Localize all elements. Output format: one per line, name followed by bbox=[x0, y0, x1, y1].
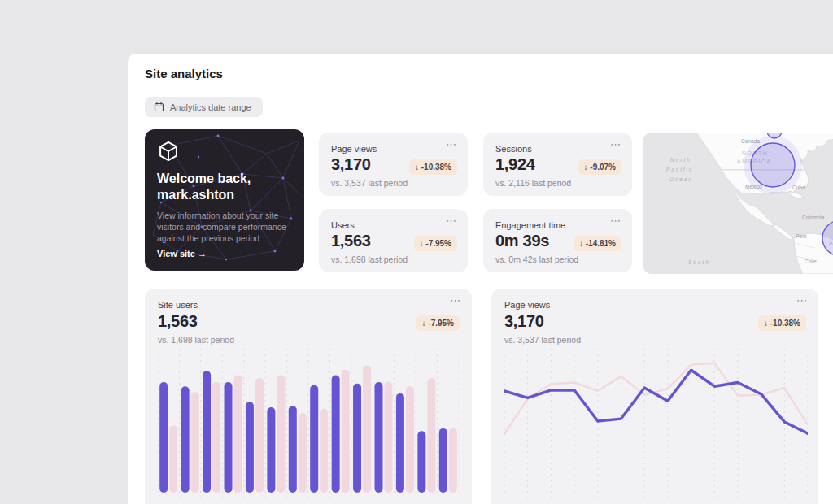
content-panel: Site analytics Analytics date range bbox=[128, 54, 833, 504]
stat-label: Users bbox=[331, 220, 355, 230]
card-menu-button[interactable]: ⋯ bbox=[450, 295, 461, 306]
calendar-icon bbox=[154, 102, 164, 112]
stat-label: Page views bbox=[331, 144, 377, 154]
stat-comparison: vs. 0m 42s last period bbox=[495, 254, 578, 264]
stat-value: 0m 39s bbox=[495, 232, 549, 250]
welcome-title: Welcome back, mark.ashton bbox=[157, 171, 251, 203]
map-label: Peru bbox=[796, 233, 807, 239]
analytics-date-range-button[interactable]: Analytics date range bbox=[145, 97, 263, 117]
chart-comparison: vs. 1,698 last period bbox=[158, 335, 234, 345]
stat-card-page-views: Page views ⋯ 3,170 ↓ -10.38% vs. 3,537 l… bbox=[319, 133, 468, 196]
stat-value: 3,170 bbox=[331, 155, 371, 174]
change-badge: ↓ -14.81% bbox=[574, 236, 621, 251]
change-badge: ↓ -9.07% bbox=[578, 159, 621, 175]
brand-logo-icon bbox=[157, 140, 180, 163]
map-label: Colombia bbox=[802, 215, 825, 220]
map-label: South bbox=[688, 259, 710, 265]
map-label: Chile bbox=[805, 259, 817, 264]
map-label: Ocean bbox=[669, 176, 693, 182]
stat-card-users: Users ⋯ 1,563 ↓ -7.95% vs. 1,698 last pe… bbox=[319, 209, 468, 272]
card-menu-button[interactable]: ⋯ bbox=[446, 215, 457, 226]
stat-label: Sessions bbox=[495, 144, 532, 154]
welcome-title-line2: mark.ashton bbox=[157, 187, 251, 203]
stat-label: Engagement time bbox=[495, 220, 565, 230]
chart-value: 3,170 bbox=[504, 312, 544, 331]
stat-comparison: vs. 3,537 last period bbox=[331, 178, 408, 188]
card-menu-button[interactable]: ⋯ bbox=[446, 139, 457, 150]
page-title: Site analytics bbox=[145, 67, 223, 80]
chart-value: 1,563 bbox=[158, 312, 198, 331]
site-users-chart-card: Site users ⋯ 1,563 ↓ -7.95% vs. 1,698 la… bbox=[145, 289, 472, 504]
stat-value: 1,563 bbox=[331, 232, 371, 250]
change-badge: ↓ -7.95% bbox=[416, 315, 460, 331]
page-views-chart-card: Page views ⋯ 3,170 ↓ -10.38% vs. 3,537 l… bbox=[491, 289, 818, 504]
chart-comparison: vs. 3,537 last period bbox=[504, 335, 581, 345]
map-label: Cuba bbox=[792, 185, 805, 190]
card-menu-button[interactable]: ⋯ bbox=[610, 139, 621, 150]
view-site-link[interactable]: View site → bbox=[157, 249, 207, 259]
welcome-card: Welcome back, mark.ashton View informati… bbox=[145, 129, 304, 271]
change-badge: ↓ -7.95% bbox=[414, 236, 457, 251]
card-menu-button[interactable]: ⋯ bbox=[796, 295, 808, 306]
page-views-line-chart bbox=[504, 345, 808, 500]
site-users-bar-chart bbox=[158, 345, 459, 500]
stat-card-engagement-time: Engagement time ⋯ 0m 39s ↓ -14.81% vs. 0… bbox=[483, 209, 632, 272]
date-range-label: Analytics date range bbox=[170, 102, 251, 112]
visitors-world-map[interactable]: North Pacific Ocean South Canada NORTH A… bbox=[643, 133, 833, 274]
stat-comparison: vs. 1,698 last period bbox=[331, 254, 408, 264]
page-background: { "header": { "title": "Site analytics" … bbox=[0, 0, 833, 504]
stat-comparison: vs. 2,116 last period bbox=[495, 178, 571, 188]
chart-title: Site users bbox=[158, 300, 198, 310]
welcome-title-line1: Welcome back, bbox=[157, 171, 251, 187]
stat-value: 1,924 bbox=[495, 155, 535, 174]
map-graphic: North Pacific Ocean South Canada NORTH A… bbox=[643, 133, 833, 274]
change-badge: ↓ -10.38% bbox=[758, 315, 806, 331]
card-menu-button[interactable]: ⋯ bbox=[610, 215, 621, 226]
change-badge: ↓ -10.38% bbox=[409, 159, 457, 175]
visitor-bubble-usa bbox=[751, 143, 795, 187]
welcome-description: View information about your site visitor… bbox=[157, 210, 292, 244]
chart-title: Page views bbox=[504, 300, 550, 310]
stat-card-sessions: Sessions ⋯ 1,924 ↓ -9.07% vs. 2,116 last… bbox=[483, 133, 632, 196]
map-label: North bbox=[670, 157, 691, 163]
map-label: Pacific bbox=[666, 167, 693, 172]
